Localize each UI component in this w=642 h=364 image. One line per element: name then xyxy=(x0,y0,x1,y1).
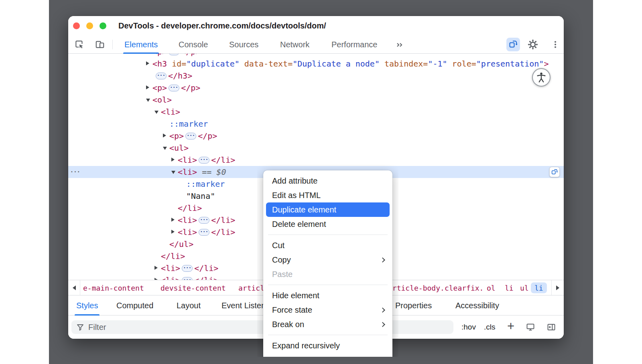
sidebar-tab-properties[interactable]: Properties xyxy=(395,295,432,315)
context-menu-separator xyxy=(268,235,388,235)
context-menu-item-add-attribute[interactable]: Add attribute xyxy=(263,174,392,188)
token-marker: ::marker xyxy=(186,179,225,189)
sidebar-tab-accessibility[interactable]: Accessibility xyxy=(455,295,499,315)
inline-expand-button[interactable] xyxy=(199,217,209,224)
inline-expand-button[interactable] xyxy=(169,85,179,91)
menu-item-label: Add attribute xyxy=(272,176,317,186)
device-toolbar-icon[interactable] xyxy=(95,39,105,50)
expand-arrow-icon[interactable] xyxy=(154,266,158,270)
token-tag: <li> xyxy=(178,227,197,237)
inspect-icon[interactable] xyxy=(74,39,85,50)
sidebar-tab-computed[interactable]: Computed xyxy=(116,295,153,315)
context-menu-item-delete-element[interactable]: Delete element xyxy=(263,217,392,231)
accessibility-widget-icon[interactable] xyxy=(532,68,551,87)
monitor-icon[interactable] xyxy=(526,322,535,332)
token-tag: </li> xyxy=(194,275,218,280)
token-tag: <li> xyxy=(178,155,197,165)
expand-arrow-icon[interactable] xyxy=(146,61,149,65)
sidebar-tab-layout[interactable]: Layout xyxy=(177,295,201,315)
context-menu-item-collapse-children[interactable]: Collapse children xyxy=(263,353,392,357)
panel-tab-console[interactable]: Console xyxy=(179,35,208,54)
context-menu-separator xyxy=(268,335,388,335)
dom-node[interactable]: <p></p> xyxy=(68,54,564,58)
breadcrumb-scroll-left-button[interactable] xyxy=(68,280,80,295)
dom-node[interactable]: <ul> xyxy=(68,142,564,154)
menu-item-label: Cut xyxy=(272,241,284,250)
element-badge-icon[interactable] xyxy=(549,167,560,177)
breadcrumb-item-li[interactable]: li xyxy=(505,283,514,292)
zoom-window-button[interactable] xyxy=(100,22,106,29)
submenu-chevron-icon xyxy=(380,257,385,263)
context-menu-item-break-on[interactable]: Break on xyxy=(263,317,392,332)
inline-expand-button[interactable] xyxy=(185,133,196,140)
inline-expand-button[interactable] xyxy=(199,157,209,164)
inline-expand-button[interactable] xyxy=(199,229,209,236)
collapse-arrow-icon[interactable] xyxy=(154,111,158,114)
token-tag: <ul> xyxy=(169,143,189,153)
token-tag: </h3> xyxy=(168,71,192,81)
dom-node[interactable]: <li> xyxy=(68,106,564,118)
expand-arrow-icon[interactable] xyxy=(171,158,175,162)
context-menu-item-edit-as-html[interactable]: Edit as HTML xyxy=(263,188,392,202)
collapse-arrow-icon[interactable] xyxy=(163,147,167,150)
expand-arrow-icon[interactable] xyxy=(163,133,166,138)
breadcrumb-item-article-body-clearfix[interactable]: article-body.clearfix. xyxy=(388,283,484,292)
context-menu-item-duplicate-element[interactable]: Duplicate element xyxy=(266,202,390,217)
token-attr: id= xyxy=(167,59,186,69)
panel-tab-performance[interactable]: Performance xyxy=(331,35,378,54)
token-tag: <li> xyxy=(178,215,197,225)
settings-gear-icon[interactable] xyxy=(528,39,538,50)
inline-expand-button[interactable] xyxy=(182,265,193,272)
dom-node[interactable]: <h3 id="duplicate" data-text="Duplicate … xyxy=(68,58,564,70)
titlebar: DevTools - developer.chrome.com/docs/dev… xyxy=(68,16,564,35)
element-badge-button[interactable] xyxy=(506,38,520,51)
toggle-element-state-button[interactable]: :hov xyxy=(461,315,476,339)
context-menu-item-copy[interactable]: Copy xyxy=(263,253,392,267)
menu-item-label: Copy xyxy=(272,255,291,265)
expand-arrow-icon[interactable] xyxy=(171,230,175,234)
breadcrumb-item-ul[interactable]: ul xyxy=(520,283,529,292)
dom-node[interactable]: </h3> xyxy=(68,70,564,82)
context-menu-item-force-state[interactable]: Force state xyxy=(263,303,392,317)
more-tabs-icon[interactable] xyxy=(394,40,405,50)
element-classes-button[interactable]: .cls xyxy=(484,315,496,339)
dom-node[interactable]: ::marker xyxy=(68,118,564,130)
inline-expand-button[interactable] xyxy=(156,73,167,79)
context-menu-item-expand-recursively[interactable]: Expand recursively xyxy=(263,338,392,353)
toggle-sidebar-icon[interactable] xyxy=(547,322,556,332)
breadcrumb-item-ol[interactable]: ol xyxy=(487,283,496,292)
context-menu-item-paste: Paste xyxy=(263,267,392,281)
token-tag: <h3 xyxy=(152,59,167,69)
dom-node[interactable]: <p></p> xyxy=(68,130,564,142)
token-attr: tabindex= xyxy=(380,59,428,69)
token-val: "Duplicate a node" xyxy=(293,59,380,69)
expand-arrow-icon[interactable] xyxy=(171,218,175,222)
minimize-window-button[interactable] xyxy=(86,22,93,29)
panel-tab-elements[interactable]: Elements xyxy=(124,35,158,54)
breadcrumb-scroll-right-button[interactable] xyxy=(551,280,564,295)
filter-placeholder: Filter xyxy=(88,323,106,332)
expand-arrow-icon[interactable] xyxy=(146,85,149,89)
context-menu-item-hide-element[interactable]: Hide element xyxy=(263,288,392,303)
panel-tab-sources[interactable]: Sources xyxy=(229,35,258,54)
collapse-arrow-icon[interactable] xyxy=(146,99,150,102)
panel-tab-network[interactable]: Network xyxy=(280,35,309,54)
new-style-rule-button[interactable]: + xyxy=(507,315,514,337)
sidebar-tab-styles[interactable]: Styles xyxy=(76,295,98,315)
kebab-menu-icon[interactable] xyxy=(551,40,560,49)
close-window-button[interactable] xyxy=(73,22,80,29)
dom-node[interactable]: <ol> xyxy=(68,94,564,106)
token-tag: </li> xyxy=(161,251,185,261)
context-menu-item-cut[interactable]: Cut xyxy=(263,238,392,253)
dom-node[interactable]: <p></p> xyxy=(68,82,564,94)
breadcrumb-item-e-main-content[interactable]: e-main-content xyxy=(83,283,144,292)
toolbar-divider xyxy=(112,40,113,49)
collapse-arrow-icon[interactable] xyxy=(171,171,175,174)
inline-expand-button[interactable] xyxy=(169,54,179,55)
inline-expand-button[interactable] xyxy=(182,277,193,280)
row-menu-dots-icon[interactable]: ••• xyxy=(71,166,81,178)
token-tag: <p> xyxy=(169,131,184,141)
breadcrumb-item-li[interactable]: li xyxy=(531,282,547,293)
devtools-toolbar: ElementsConsoleSourcesNetworkPerformance xyxy=(68,35,564,54)
breadcrumb-item-devsite-content[interactable]: devsite-content xyxy=(160,283,226,292)
